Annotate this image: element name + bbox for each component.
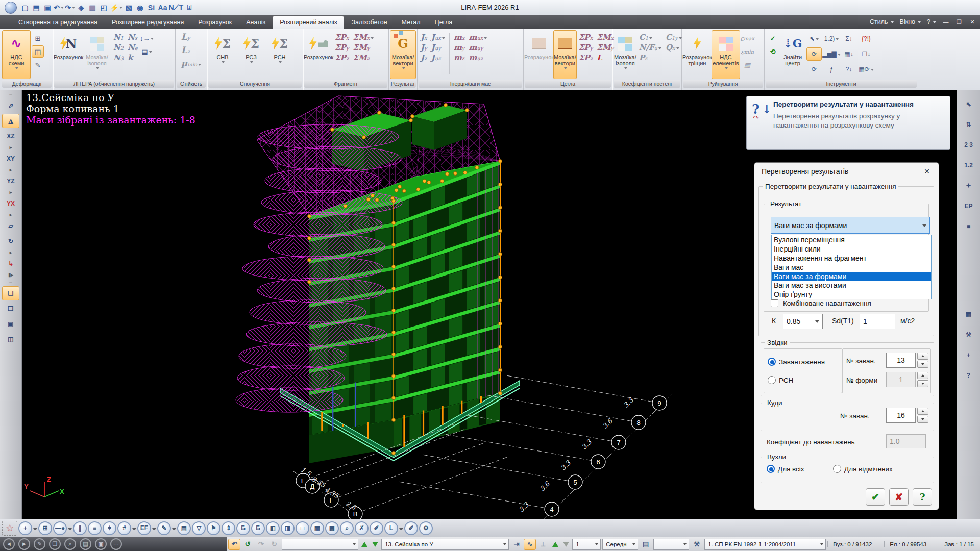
ribbon-tab[interactable]: Створення та редагування bbox=[11, 16, 105, 29]
layer-combobox[interactable] bbox=[653, 539, 689, 550]
more-icon[interactable]: ⋯ bbox=[110, 538, 122, 550]
ribbon-tab[interactable]: Цегла bbox=[428, 16, 460, 29]
formula-button[interactable]: Jux bbox=[429, 32, 447, 42]
model-cube-icon[interactable]: ◈ bbox=[76, 2, 86, 14]
mesh-icon[interactable]: ▦ bbox=[961, 307, 976, 321]
find-center-button[interactable]: ⇣G Знайти центр bbox=[780, 30, 805, 79]
dropdown-option[interactable]: Вузлові переміщення bbox=[772, 235, 931, 244]
formula-button[interactable]: C1 bbox=[637, 32, 664, 42]
formula-button[interactable]: C1y bbox=[664, 32, 684, 42]
view-yz-icon[interactable]: YZ bbox=[2, 174, 19, 188]
select-plates-h-icon[interactable]: ≡ bbox=[88, 521, 102, 535]
formula-button[interactable]: Jy bbox=[419, 42, 429, 53]
layers-icon[interactable]: ▤ bbox=[640, 539, 652, 550]
delete-red-icon[interactable]: ✗ bbox=[355, 521, 369, 535]
local-axes-icon[interactable]: ЕР bbox=[961, 199, 976, 213]
sd-input[interactable]: 1 bbox=[860, 314, 895, 329]
nds-elements-button[interactable]: НДС елементів bbox=[712, 30, 740, 79]
nodes-marked-radio[interactable] bbox=[833, 465, 841, 473]
apply-result-icon[interactable]: ✓ bbox=[767, 32, 779, 44]
close-button[interactable]: ✕ bbox=[967, 17, 978, 27]
formula-button[interactable]: ΣPy bbox=[333, 42, 351, 53]
dropdown-option[interactable]: Опір ґрунту bbox=[772, 290, 931, 299]
restore-icon[interactable]: ⟲ bbox=[767, 45, 779, 58]
ribbon-tab[interactable]: Метал bbox=[395, 16, 428, 29]
swap-arrows-icon[interactable]: ⇅ bbox=[961, 117, 976, 132]
formula-button[interactable]: ΣMz bbox=[351, 53, 376, 63]
ribbon-tab[interactable]: Аналіз bbox=[239, 16, 273, 29]
back-icon[interactable]: ◄ bbox=[3, 538, 15, 550]
formula-button[interactable]: ΣPx bbox=[333, 32, 351, 42]
workplane-icon[interactable]: ▱ bbox=[2, 219, 19, 233]
undo-calc-icon[interactable]: ↺ bbox=[241, 539, 254, 550]
formula-button[interactable]: Qx bbox=[664, 42, 684, 53]
stress-axes-icon[interactable]: ↕→ bbox=[141, 32, 153, 44]
fragment-calc-button[interactable]: Розрахунок bbox=[304, 30, 333, 79]
caret[interactable] bbox=[172, 528, 176, 532]
formula-button[interactable]: N3 bbox=[111, 53, 126, 63]
stress-cube-icon[interactable]: ⬓ bbox=[141, 45, 153, 58]
add-node-icon[interactable]: + bbox=[961, 348, 976, 362]
si-icon[interactable]: Si bbox=[146, 2, 156, 14]
next-loadcase-button[interactable] bbox=[371, 539, 380, 549]
caret[interactable] bbox=[152, 528, 156, 532]
edit-icon[interactable]: ✎ bbox=[34, 538, 45, 550]
panel-handle-icon[interactable]: ┄ bbox=[2, 279, 19, 285]
dialog-close-button[interactable]: ✕ bbox=[920, 166, 934, 177]
redo-icon[interactable]: ↷ bbox=[65, 2, 75, 14]
help-button[interactable]: ? bbox=[913, 488, 932, 506]
formula-button[interactable]: ΣMx bbox=[351, 32, 376, 42]
flyout-arrow-icon[interactable]: ▸ bbox=[2, 249, 19, 256]
formula-button[interactable]: mx bbox=[452, 32, 467, 42]
numbering-icon[interactable]: 1.2) bbox=[824, 32, 839, 45]
formula-button[interactable]: k bbox=[126, 53, 140, 63]
cube-c-icon[interactable]: □ bbox=[296, 521, 309, 535]
select-plates-v-icon[interactable]: ∥ bbox=[73, 521, 87, 535]
zoom-icon[interactable]: ⌕ bbox=[64, 538, 76, 550]
caret[interactable] bbox=[33, 528, 37, 532]
convert-results-icon[interactable]: ?↓ bbox=[841, 63, 856, 76]
new-document-icon[interactable]: ▢ bbox=[20, 2, 30, 14]
formula-button[interactable]: Ns bbox=[126, 32, 140, 42]
keyboard-icon[interactable]: ▤ bbox=[80, 538, 91, 550]
collapse-handle-icon[interactable]: ▮▸ bbox=[2, 272, 19, 278]
formula-button[interactable]: Juz bbox=[429, 53, 447, 63]
split-cube-icon[interactable]: ◫ bbox=[2, 332, 19, 346]
ok-button[interactable]: ✔ bbox=[866, 488, 885, 506]
b-red-icon[interactable]: Б bbox=[251, 521, 265, 535]
grid-a-icon[interactable]: ▦ bbox=[310, 521, 324, 535]
open-icon[interactable]: ⬒ bbox=[31, 2, 41, 14]
ribbon-tab[interactable]: Залізобетон bbox=[344, 16, 394, 29]
formula-button[interactable]: muz bbox=[467, 53, 489, 63]
combination-button[interactable]: Σ РСЗ bbox=[237, 30, 265, 79]
gear-icon[interactable]: ⚙ bbox=[419, 521, 433, 535]
flyout-arrow-icon[interactable]: ▸ bbox=[2, 144, 19, 151]
rotate-model-icon[interactable]: ↻ bbox=[2, 234, 19, 248]
ruler-pencil-icon[interactable]: ✎ bbox=[32, 59, 44, 71]
copy-icon[interactable]: ❐ bbox=[49, 538, 61, 550]
formula-button[interactable]: N/Fu bbox=[637, 42, 664, 53]
formula-button[interactable]: ΣPz bbox=[577, 53, 595, 63]
sum-import-icon[interactable]: Σ↓ bbox=[841, 32, 856, 45]
cancel-button[interactable]: ✘ bbox=[889, 488, 909, 506]
result-mosaic-button[interactable]: G Мозаїка/ вектори bbox=[390, 30, 416, 79]
cube-a-icon[interactable]: ◧ bbox=[266, 521, 280, 535]
epsilon-button[interactable]: ▦ bbox=[741, 59, 753, 71]
flyout-arrow-icon[interactable]: ▸ bbox=[2, 212, 19, 218]
errors-icon[interactable]: {?!} bbox=[859, 32, 874, 45]
function-icon[interactable]: ƒ bbox=[824, 63, 839, 76]
coefficient-input[interactable]: 1.0 bbox=[886, 434, 926, 448]
formula-button[interactable]: N2 bbox=[111, 42, 126, 53]
diagram-icon[interactable]: ▂▅▇ bbox=[824, 47, 839, 61]
formula-button[interactable]: mz bbox=[452, 53, 467, 63]
zoom-search-icon[interactable]: ⌕ bbox=[340, 521, 354, 535]
formula-button[interactable]: Pz bbox=[637, 53, 664, 63]
from-load-number-spinner[interactable]: 13 bbox=[886, 353, 928, 368]
space-view-icon[interactable]: ⬀ bbox=[2, 98, 19, 113]
from-loadcase-radio[interactable] bbox=[768, 358, 776, 366]
nt-text-icon[interactable]: N⟋T bbox=[168, 2, 183, 14]
minimize-button[interactable]: — bbox=[940, 17, 951, 27]
mosaic-import-icon[interactable]: ▦↓ bbox=[841, 47, 856, 61]
caret[interactable] bbox=[132, 528, 136, 532]
grid-b-icon[interactable]: ▩ bbox=[325, 521, 339, 535]
